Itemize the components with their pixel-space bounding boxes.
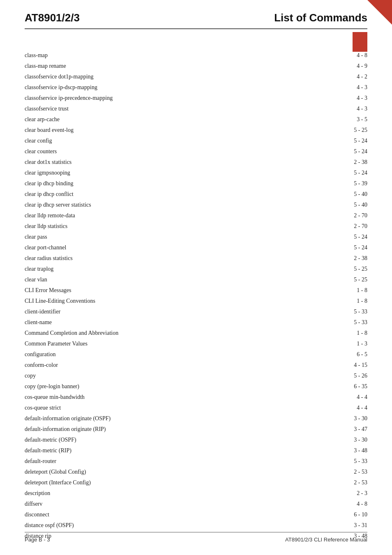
toc-entry: clear pass5 - 24 (25, 231, 367, 242)
entry-page: 2 - 53 (343, 467, 367, 476)
entry-name: default-metric (RIP) (25, 446, 71, 455)
entry-name: classofservice ip-precedence-mapping (25, 94, 113, 102)
entry-page: 1 - 8 (343, 329, 367, 337)
entry-page: 5 - 24 (343, 243, 367, 252)
toc-entry: clear config5 - 24 (25, 135, 367, 146)
entry-page: 5 - 26 (343, 371, 367, 380)
toc-entry: client-identifier5 - 33 (25, 306, 367, 317)
entry-name: Common Parameter Values (25, 339, 88, 348)
entry-name: copy (25, 371, 36, 380)
entry-page: 1 - 8 (343, 286, 367, 295)
entry-page: 4 - 8 (343, 51, 367, 60)
entry-page: 4 - 4 (343, 403, 367, 412)
entry-page: 6 - 5 (343, 350, 367, 359)
toc-entry: clear counters5 - 24 (25, 146, 367, 157)
manual-title: AT8901/2/3 CLI Reference Manual (285, 537, 367, 543)
entry-page: 5 - 39 (343, 179, 367, 188)
header-divider (25, 28, 367, 29)
toc-entry: classofservice trust4 - 3 (25, 103, 367, 114)
toc-entry: clear ip dhcp server statistics5 - 40 (25, 199, 367, 210)
toc-entry: Common Parameter Values1 - 3 (25, 338, 367, 349)
toc-entry: default-information originate (RIP)3 - 4… (25, 424, 367, 434)
entry-name: clear port-channel (25, 243, 66, 252)
entry-name: clear counters (25, 147, 57, 156)
entry-page: 3 - 47 (343, 425, 367, 433)
entry-page: 4 - 3 (343, 104, 367, 113)
entry-page: 4 - 2 (343, 72, 367, 81)
entry-page: 5 - 25 (343, 265, 367, 273)
entry-name: default-information originate (OSPF) (25, 414, 111, 423)
corner-accent (367, 0, 392, 25)
entry-page: 4 - 3 (343, 94, 367, 102)
entry-name: default-router (25, 457, 56, 465)
toc-entry: cos-queue min-bandwidth4 - 4 (25, 391, 367, 402)
toc-entry: conform-color4 - 15 (25, 359, 367, 370)
toc-entry: classofservice dot1p-mapping4 - 2 (25, 71, 367, 82)
entry-page: 3 - 30 (343, 435, 367, 444)
toc-entry: copy5 - 26 (25, 370, 367, 381)
entry-name: default-metric (OSPF) (25, 435, 76, 444)
entry-name: client-name (25, 318, 52, 327)
toc-entry: default-information originate (OSPF)3 - … (25, 413, 367, 424)
entry-page: 3 - 30 (343, 414, 367, 423)
entry-name: default-information originate (RIP) (25, 425, 106, 433)
toc-content: class-map4 - 8class-map rename4 - 9class… (25, 50, 367, 541)
entry-name: copy (pre-login banner) (25, 382, 79, 391)
entry-page: 4 - 15 (343, 361, 367, 369)
toc-entry: cos-queue strict4 - 4 (25, 402, 367, 413)
entry-page: 3 - 48 (343, 446, 367, 455)
red-tab-marker (353, 32, 367, 52)
toc-entry: Command Completion and Abbreviation1 - 8 (25, 327, 367, 338)
entry-name: conform-color (25, 361, 58, 369)
toc-entry: clear ip dhcp conflict5 - 40 (25, 189, 367, 199)
page-number: Page B - 3 (25, 537, 50, 543)
entry-page: 4 - 8 (343, 500, 367, 508)
entry-name: clear ip dhcp conflict (25, 190, 74, 198)
entry-name: clear ip dhcp server statistics (25, 200, 91, 209)
entry-name: clear dot1x statistics (25, 158, 71, 166)
toc-entry: clear lldp statistics2 - 70 (25, 221, 367, 231)
entry-name: Command Completion and Abbreviation (25, 329, 118, 337)
entry-name: client-identifier (25, 307, 60, 316)
entry-name: cos-queue strict (25, 403, 61, 412)
toc-entry: copy (pre-login banner)6 - 35 (25, 381, 367, 391)
entry-page: 2 - 3 (343, 489, 367, 497)
entry-name: class-map rename (25, 62, 66, 70)
entry-page: 5 - 24 (343, 136, 367, 145)
toc-entry: CLI Line-Editing Conventions1 - 8 (25, 295, 367, 306)
entry-name: deleteport (Interface Config) (25, 478, 91, 487)
toc-entry: class-map4 - 8 (25, 50, 367, 60)
toc-entry: clear traplog5 - 25 (25, 263, 367, 274)
toc-entry: distance ospf (OSPF)3 - 31 (25, 520, 367, 530)
entry-page: 5 - 24 (343, 233, 367, 241)
entry-page: 5 - 33 (343, 307, 367, 316)
entry-name: clear arp-cache (25, 115, 60, 124)
toc-entry: class-map rename4 - 9 (25, 60, 367, 71)
entry-page: 5 - 24 (343, 168, 367, 177)
entry-page: 2 - 38 (343, 254, 367, 263)
toc-entry: clear ip dhcp binding5 - 39 (25, 178, 367, 189)
toc-entry: configuration6 - 5 (25, 349, 367, 359)
entry-name: clear vlan (25, 275, 47, 284)
entry-name: configuration (25, 350, 55, 359)
page-footer: Page B - 3 AT8901/2/3 CLI Reference Manu… (25, 532, 367, 543)
entry-name: cos-queue min-bandwidth (25, 393, 85, 401)
entry-page: 2 - 53 (343, 478, 367, 487)
entry-name: clear config (25, 136, 52, 145)
toc-entry: clear board event-log5 - 25 (25, 124, 367, 135)
toc-entry: clear igmpsnooping5 - 24 (25, 167, 367, 178)
toc-entry: disconnect6 - 10 (25, 509, 367, 520)
toc-entry: default-metric (OSPF)3 - 30 (25, 434, 367, 445)
entry-page: 4 - 9 (343, 62, 367, 70)
entry-name: clear igmpsnooping (25, 168, 70, 177)
entry-name: classofservice trust (25, 104, 69, 113)
entry-page: 2 - 70 (343, 211, 367, 220)
entry-page: 5 - 33 (343, 318, 367, 327)
entry-name: clear traplog (25, 265, 53, 273)
entry-name: CLI Line-Editing Conventions (25, 297, 95, 305)
entry-name: deleteport (Global Config) (25, 467, 86, 476)
entry-page: 3 - 31 (343, 521, 367, 530)
entry-page: 5 - 25 (343, 275, 367, 284)
entry-page: 1 - 8 (343, 297, 367, 305)
toc-entry: classofservice ip-dscp-mapping4 - 3 (25, 82, 367, 92)
